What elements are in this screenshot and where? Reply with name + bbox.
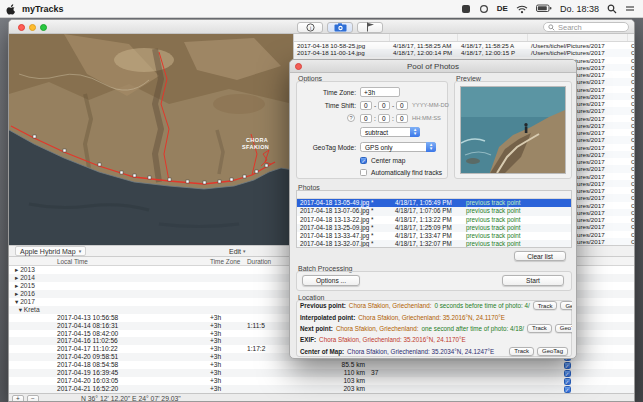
- tree-cell[interactable]: ▸ 2014: [9, 274, 53, 282]
- map-type-selector[interactable]: Apple Hybrid Map ▾: [15, 246, 86, 256]
- geotag-mode-select[interactable]: GPS only ▲▼: [360, 142, 436, 152]
- dialog-photo-row[interactable]: 2017-04-18 13-32-07.jpg * 4/18/17, 1:32:…: [297, 240, 571, 248]
- search-input[interactable]: Search: [543, 22, 629, 32]
- track-table-row[interactable]: 2017-04-20 16:03:05 +3h 103 km ✓: [9, 377, 635, 385]
- clear-list-button[interactable]: Clear list: [514, 251, 566, 261]
- dialog-titlebar[interactable]: Pool of Photos: [290, 60, 576, 73]
- photo-table-column-header[interactable]: [458, 34, 528, 41]
- cell-time-of-photo: 4/18/17, 1:13:22 PM: [392, 216, 463, 224]
- track-button[interactable]: Track: [509, 347, 534, 356]
- tree-cell[interactable]: [9, 345, 53, 353]
- photo-table-row[interactable]: 2017-04-18 10-58-25.jpg 4/18/17, 11:58:2…: [294, 42, 635, 49]
- tree-cell[interactable]: ▸ 2016: [9, 290, 53, 298]
- dialog-photos-column-header[interactable]: [297, 191, 392, 198]
- tree-cell[interactable]: ▸ 2013: [9, 266, 53, 274]
- photo-table-column-header[interactable]: [294, 34, 390, 41]
- tree-cell[interactable]: ▾ Kreta: [9, 306, 53, 314]
- time-zone-field[interactable]: +3h: [360, 87, 400, 97]
- visibility-checkbox-cell[interactable]: ✓: [557, 377, 577, 385]
- shift-hour-field[interactable]: 0: [360, 114, 372, 123]
- minimize-button[interactable]: [29, 24, 36, 31]
- auto-find-tracks-checkbox[interactable]: [360, 169, 367, 176]
- tree-cell[interactable]: [9, 361, 53, 369]
- add-track-button[interactable]: +: [12, 395, 24, 402]
- tree-cell[interactable]: [9, 377, 53, 385]
- cell-time-of-photo: 4/18/17, 1:25:09 PM: [392, 224, 463, 232]
- shift-mode-select[interactable]: subtract ▲▼: [360, 127, 420, 137]
- center-map-checkbox[interactable]: ✓: [360, 157, 367, 164]
- track-button[interactable]: Track: [533, 301, 558, 310]
- battery-icon[interactable]: [536, 4, 552, 13]
- checkbox[interactable]: ✓: [564, 378, 571, 385]
- tree-cell[interactable]: [9, 314, 53, 322]
- dialog-photos-column-header[interactable]: [463, 191, 535, 198]
- cell-filename: 2017-04-18 13-13-22.jpg *: [297, 216, 392, 224]
- shift-year-field[interactable]: 0: [360, 101, 372, 110]
- tree-cell[interactable]: [9, 369, 53, 377]
- checkbox[interactable]: ✓: [564, 362, 571, 369]
- shift-day-field[interactable]: 0: [396, 101, 408, 110]
- shift-second-field[interactable]: 0: [396, 114, 408, 123]
- visibility-checkbox-cell[interactable]: ✓: [557, 385, 577, 393]
- menu-app-name[interactable]: myTracks: [22, 4, 64, 14]
- app-extra-icon[interactable]: [461, 4, 471, 14]
- visibility-checkbox-cell[interactable]: ✓: [557, 369, 577, 377]
- track-button[interactable]: Track: [527, 324, 552, 333]
- cell-local-time: 2017-04-13 10:56:58: [53, 314, 206, 322]
- tree-cell[interactable]: [9, 385, 53, 393]
- notification-center-icon[interactable]: [625, 4, 635, 14]
- dialog-photo-row[interactable]: 2017-04-18 13-05-49.jpg * 4/18/17, 1:05:…: [297, 199, 571, 207]
- help-button[interactable]: ?: [347, 114, 355, 122]
- track-table-row[interactable]: 2017-04-19 16:39:45 +3h 110 km 37 ✓: [9, 369, 635, 377]
- cell-duration: [243, 377, 293, 385]
- dialog-photo-row[interactable]: 2017-04-18 13-13-22.jpg * 4/18/17, 1:13:…: [297, 216, 571, 224]
- tree-cell[interactable]: ▾ 2017: [9, 298, 53, 306]
- shift-month-field[interactable]: 0: [378, 101, 390, 110]
- tree-cell[interactable]: [9, 337, 53, 345]
- info-button[interactable]: i: [297, 22, 323, 33]
- close-button[interactable]: [18, 24, 25, 31]
- batch-options-button[interactable]: Options ...: [302, 275, 360, 286]
- zoom-button[interactable]: [40, 24, 47, 31]
- flag-button[interactable]: [357, 22, 383, 33]
- shift-minute-field[interactable]: 0: [378, 114, 390, 123]
- column-time-zone[interactable]: Time Zone: [210, 257, 240, 266]
- wifi-icon[interactable]: [516, 4, 528, 14]
- spotlight-icon[interactable]: [607, 4, 617, 14]
- tree-cell[interactable]: [9, 353, 53, 361]
- tree-cell[interactable]: [9, 330, 53, 338]
- checkbox[interactable]: ✓: [564, 386, 571, 393]
- dialog-photo-row[interactable]: 2017-04-18 13-25-09.jpg * 4/18/17, 1:25:…: [297, 224, 571, 232]
- location-row-label: Center of Map:: [300, 348, 344, 355]
- column-local-time[interactable]: Local Time: [57, 257, 88, 266]
- keyboard-layout-menu[interactable]: DE: [497, 4, 508, 13]
- checkbox[interactable]: ✓: [564, 370, 571, 377]
- menu-clock[interactable]: Do. 18:38: [560, 4, 599, 14]
- geotag-button[interactable]: GeoTag: [537, 347, 568, 356]
- edit-menu-button[interactable]: Edit ▾: [229, 248, 246, 255]
- tree-cell[interactable]: [9, 322, 53, 330]
- dialog-photos-column-header[interactable]: [392, 191, 463, 198]
- batch-start-button[interactable]: Start: [502, 275, 564, 286]
- cell-city: Chora Sfakion: [628, 64, 635, 71]
- column-duration[interactable]: Duration: [247, 257, 271, 266]
- photo-table-column-header[interactable]: [628, 34, 635, 41]
- dialog-photo-row[interactable]: 2017-04-18 13-07-06.jpg * 4/18/17, 1:07:…: [297, 207, 571, 215]
- photo-table-column-header[interactable]: [390, 34, 458, 41]
- status-extra-icon[interactable]: [479, 4, 489, 14]
- photo-table-row[interactable]: 2017-04-18 11-00-14.jpg 4/18/17, 12:00:1…: [294, 49, 635, 56]
- map-view[interactable]: CHORA SFAKION: [9, 34, 293, 245]
- photo-pool-camera-button[interactable]: [327, 22, 353, 33]
- remove-track-button[interactable]: −: [27, 395, 39, 402]
- dialog-photo-row[interactable]: 2017-04-18 13-33-47.jpg * 4/18/17, 1:33:…: [297, 232, 571, 240]
- track-table-row[interactable]: 2017-04-18 08:54:58 +3h 85.5 km ✓: [9, 361, 635, 369]
- visibility-checkbox-cell[interactable]: ✓: [557, 361, 577, 369]
- apple-logo-icon[interactable]: [6, 3, 16, 15]
- geotag-button[interactable]: GeoTag: [555, 324, 572, 333]
- track-table-row[interactable]: 2017-04-21 16:52:20 +3h 203 km ✓: [9, 385, 635, 393]
- tree-cell[interactable]: ▸ 2015: [9, 282, 53, 290]
- photo-table-column-header[interactable]: [528, 34, 628, 41]
- dialog-close-button[interactable]: [295, 63, 302, 70]
- dialog-photos-column-header[interactable]: [535, 191, 571, 198]
- geotag-button[interactable]: GeoTag: [560, 301, 572, 310]
